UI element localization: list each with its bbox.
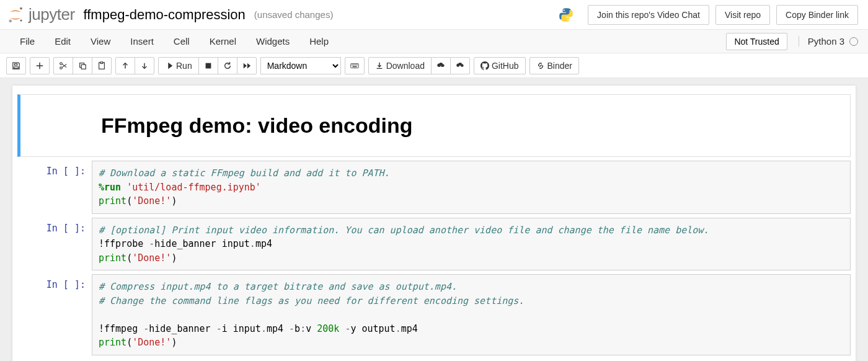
fast-forward-icon [242,61,251,70]
jupyter-icon [6,6,25,24]
svg-point-0 [20,7,22,9]
code-cell[interactable]: In [ ]:# Download a static FFmpeg build … [17,161,851,214]
github-icon [480,61,489,70]
download-button[interactable]: Download [368,57,432,74]
run-icon [165,61,174,70]
cut-button[interactable] [53,57,73,74]
command-palette-button[interactable] [345,57,365,74]
download-label: Download [386,61,425,71]
move-down-button[interactable] [135,57,154,74]
svg-point-6 [60,62,63,65]
code-input[interactable]: # Compress input.mp4 to a target bitrate… [92,274,851,355]
link-icon [536,61,545,70]
binder-button[interactable]: Binder [529,57,579,74]
copy-button[interactable] [73,57,92,74]
menu-edit[interactable]: Edit [45,32,81,50]
svg-rect-11 [205,63,211,68]
svg-rect-10 [100,61,103,63]
code-input[interactable]: # [optional] Print input video informati… [92,218,851,271]
kernel-status-icon [849,37,858,46]
copy-icon [78,61,87,70]
markdown-heading: FFmpeg demo: video encoding [101,110,838,141]
svg-point-5 [60,66,63,69]
notebook: FFmpeg demo: video encodingIn [ ]:# Down… [12,86,856,361]
jupyter-logo[interactable]: jupyter [6,5,75,24]
paste-button[interactable] [92,57,112,74]
run-button[interactable]: Run [158,57,199,74]
restart-run-all-button[interactable] [237,57,257,74]
menubar: FileEditViewInsertCellKernelWidgetsHelp … [0,30,868,53]
save-button[interactable] [6,57,26,74]
arrow-down-icon [140,61,149,70]
markdown-cell[interactable]: FFmpeg demo: video encoding [17,94,851,157]
svg-rect-8 [81,65,86,69]
menu-view[interactable]: View [81,32,120,50]
menu-help[interactable]: Help [299,32,339,50]
code-cell[interactable]: In [ ]:# Compress input.mp4 to a target … [17,274,851,355]
paste-icon [97,61,106,70]
restart-icon [223,61,232,70]
cloud-down-icon [436,61,445,70]
header-right-group: Join this repo's Video Chat Visit repo C… [558,5,858,25]
celltype-select[interactable]: Markdown [260,57,341,74]
keyboard-icon [350,61,359,70]
add-cell-button[interactable] [30,57,50,74]
code-cell[interactable]: In [ ]:# [optional] Print input video in… [17,218,851,271]
save-status: (unsaved changes) [254,9,334,20]
visit-repo-button[interactable]: Visit repo [715,5,770,25]
copy-binder-button[interactable]: Copy Binder link [776,5,858,25]
input-prompt: In [ ]: [17,274,92,355]
scissors-icon [59,61,68,70]
video-chat-button[interactable]: Join this repo's Video Chat [588,5,709,25]
stop-icon [204,61,213,70]
logo-text: jupyter [29,5,75,24]
code-input[interactable]: # Download a static FFmpeg build and add… [92,161,851,214]
restart-button[interactable] [218,57,237,74]
move-up-button[interactable] [115,57,135,74]
github-label: GitHub [492,61,519,71]
input-prompt: In [ ]: [17,218,92,271]
svg-rect-17 [356,64,357,65]
github-button[interactable]: GitHub [474,57,526,74]
binder-label: Binder [547,61,572,71]
svg-rect-15 [354,64,355,65]
menu-insert[interactable]: Insert [120,32,164,50]
svg-rect-14 [353,64,353,65]
svg-point-3 [564,9,565,11]
menubar-right: Not Trusted Python 3 [726,33,858,50]
download-icon [375,61,384,70]
header: jupyter ffmpeg-demo-compression (unsaved… [0,0,868,30]
notebook-container: FFmpeg demo: video encodingIn [ ]:# Down… [0,78,868,361]
arrow-up-icon [121,61,130,70]
svg-point-1 [9,19,12,22]
menu-file[interactable]: File [10,32,45,50]
svg-rect-16 [355,64,356,65]
kernel-name: Python 3 [808,36,844,47]
menu-widgets[interactable]: Widgets [246,32,299,50]
svg-rect-18 [352,66,356,66]
svg-point-2 [20,19,22,21]
cloud-up-icon [456,61,464,70]
python-icon [558,7,574,23]
plus-icon [35,61,44,70]
cloud-upload-button[interactable] [450,57,470,74]
run-label: Run [176,61,192,71]
svg-point-4 [567,19,569,20]
notebook-name[interactable]: ffmpeg-demo-compression [84,7,246,23]
menu-kernel[interactable]: Kernel [200,32,246,50]
input-prompt: In [ ]: [17,161,92,214]
cloud-download-button[interactable] [431,57,451,74]
interrupt-button[interactable] [198,57,218,74]
svg-rect-12 [350,63,358,68]
menu-cell[interactable]: Cell [164,32,200,50]
toolbar: Run Markdown Download GitHub Binder [0,53,868,78]
save-icon [12,61,20,70]
kernel-indicator[interactable]: Python 3 [799,36,858,47]
svg-rect-13 [352,64,352,65]
trust-button[interactable]: Not Trusted [726,33,787,50]
